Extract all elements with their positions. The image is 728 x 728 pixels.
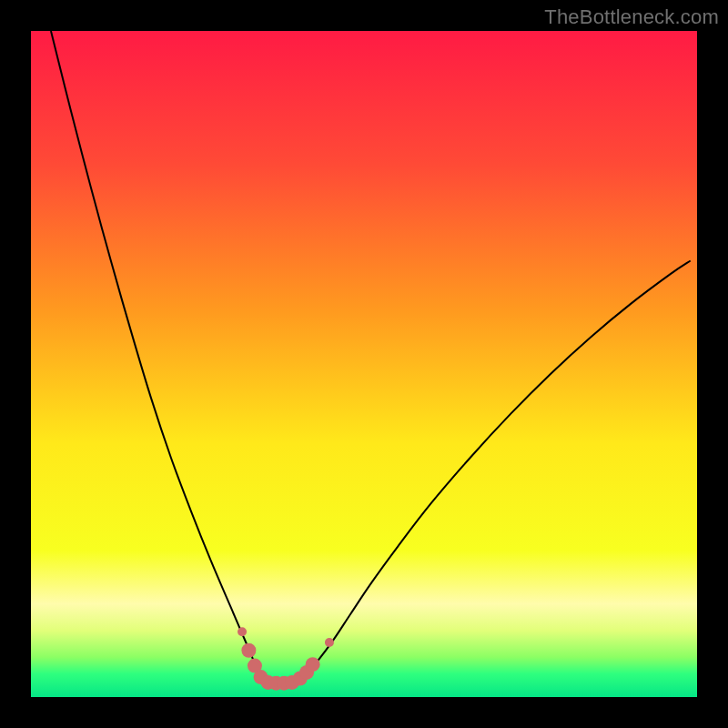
- marker-dot: [306, 657, 320, 672]
- watermark-text: TheBottleneck.com: [544, 5, 719, 29]
- marker-dot: [238, 627, 247, 636]
- curve-layer: [31, 31, 697, 697]
- marker-dot: [325, 638, 334, 647]
- plot-area: [31, 31, 697, 697]
- bottleneck-curve: [51, 31, 691, 683]
- marker-dot: [241, 643, 256, 658]
- chart-frame: TheBottleneck.com: [0, 0, 728, 728]
